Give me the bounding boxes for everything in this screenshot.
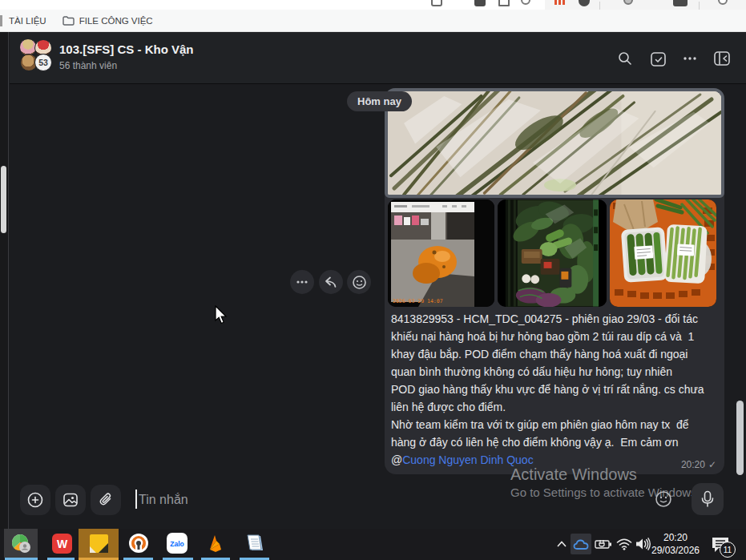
sticky-note-icon [88,533,110,554]
browser-extension-icon[interactable] [498,0,510,6]
bookmark-tai-lieu[interactable]: TÀI LIỆU [7,16,54,26]
mention-at: @ [391,453,402,466]
message-input[interactable] [139,485,619,515]
reply-icon [324,275,338,289]
message-photo-veg-crate[interactable] [498,199,607,307]
composer-image-button[interactable] [55,485,86,515]
message-text-line: hàng ở đây có liên hệ cho điểm không vậy… [391,433,721,451]
photo-veg-crate-graphic [498,199,607,307]
taskbar-app-green[interactable] [4,529,38,558]
image-icon [62,491,79,509]
tray-date: 29/03/2026 [646,544,705,557]
text-caret [135,489,137,509]
taskbar-app-notes-active[interactable] [79,529,119,558]
browser-extension-icon[interactable] [521,0,530,5]
more-options-button[interactable] [679,48,700,69]
windows-taskbar: W Zalo [0,529,746,560]
notification-count-badge: 11 [720,542,736,558]
panel-collapse-icon [713,50,731,67]
browser-extension-grid-icon[interactable] [554,0,566,5]
notepad-icon [244,533,264,554]
message-text-line: POD giao hàng thấy khu vực để hàng ở vị … [391,381,721,398]
composer-add-button[interactable] [20,485,50,515]
toolbar-separator [599,2,600,10]
tray-chevron-button[interactable] [555,534,568,554]
browser-tab-partial-icon[interactable] [431,0,442,6]
chat-app-window: 53 103.[SFS] CS - Kho Vận 56 thành viên … [0,32,746,529]
folder-icon [63,16,75,26]
message-text-line: khiếu nại hàng hoá bị hư hỏng bao gồm 2 … [391,328,721,345]
message-text-lines: 8413829953 - HCM_TDC_004275 - phiên giao… [391,310,721,451]
paperclip-icon [97,491,115,509]
composer-emoji-button[interactable] [654,489,673,509]
tasks-button[interactable] [647,48,668,69]
bookmarks-bar: TÀI LIỆU FILE CÔNG VIỆC [0,10,746,32]
browser-toolbar-strip [0,0,746,10]
browser-extension-icon[interactable] [474,0,486,6]
tray-cloud-button[interactable] [571,534,591,554]
ellipsis-icon [682,50,698,66]
bookmark-file-cong-viec[interactable]: FILE CÔNG VIỆC [61,16,161,26]
bookmark-label: TÀI LIỆU [9,16,46,26]
message-bubble[interactable]: 2026-03-29 14:07 [385,88,724,474]
zalo-icon: Zalo [167,533,188,554]
wps-office-icon: W [52,534,72,554]
message-photo-wilted-greens[interactable] [385,88,724,198]
openvpn-icon [128,533,149,554]
message-meta: 20:20 ✓ [681,459,716,470]
browser-toolbar-right-zone [545,0,746,10]
calendar-check-icon [650,50,667,67]
taskbar-app-openvpn[interactable] [122,529,155,558]
taskbar-app-wps[interactable]: W [45,529,79,558]
message-time: 20:20 [681,459,705,470]
mention-link[interactable]: Cuong Nguyen Dinh Quoc [402,453,533,466]
message-more-button[interactable] [290,270,314,294]
message-reply-button[interactable] [319,270,343,294]
group-avatar-cluster[interactable]: 53 [19,38,53,72]
plus-circle-icon [26,491,44,509]
smiley-icon [654,489,673,509]
chat-member-count[interactable]: 56 thành viên [59,60,117,71]
svg-text:W: W [56,538,67,550]
tray-battery-button[interactable] [593,534,614,554]
activate-windows-watermark: Activate Windows [510,465,637,484]
smiley-icon [352,275,367,290]
left-scrollbar-thumb[interactable] [1,166,6,233]
search-icon [617,50,633,66]
photo-timestamp-watermark: 2026-03-29 14:07 [393,298,443,304]
ellipsis-icon [295,275,309,289]
composer-mic-button[interactable] [692,483,724,515]
taskbar-app-zalo[interactable]: Zalo [160,529,194,558]
photo-delivery-graphic: 2026-03-29 14:07 [388,199,494,307]
message-text: 8413829953 - HCM_TDC_004275 - phiên giao… [391,310,721,469]
mouse-cursor [215,305,228,328]
right-scrollbar-thumb[interactable] [736,401,744,475]
orange-flame-icon [205,533,226,554]
browser-menu-icon[interactable] [673,0,688,6]
bookmark-label: FILE CÔNG VIỆC [79,16,153,26]
tray-time: 20:20 [646,531,705,544]
taskbar-app-notepad[interactable] [237,529,271,558]
search-button[interactable] [615,48,635,69]
tray-wifi-button[interactable] [614,534,635,554]
taskbar-app-orange[interactable] [199,529,232,558]
composer-attach-button[interactable] [91,485,121,515]
message-text-line: 8413829953 - HCM_TDC_004275 - phiên giao… [391,310,721,328]
bookmark-cut-icon [0,15,2,26]
toolbar-separator [699,2,700,10]
message-photo-delivery-spot[interactable]: 2026-03-29 14:07 [388,199,494,307]
date-badge: Hôm nay [347,91,412,111]
green-app-icon [10,533,31,554]
collapse-panel-button[interactable] [712,48,732,69]
photo-packed-veg-graphic [610,199,716,307]
avatar-count-badge: 53 [34,54,52,71]
svg-text:Zalo: Zalo [170,540,183,548]
photo-wilted-greens-graphic [388,91,721,195]
message-photo-packed-veg[interactable] [610,199,716,307]
message-text-line: liên hệ được cho điểm. [391,398,721,416]
chevron-up-icon [557,541,567,547]
chat-title: 103.[SFS] CS - Kho Vận [59,42,194,56]
message-react-button[interactable] [347,270,371,294]
read-check-icon: ✓ [708,459,716,470]
tray-clock[interactable]: 20:20 29/03/2026 [646,531,705,557]
